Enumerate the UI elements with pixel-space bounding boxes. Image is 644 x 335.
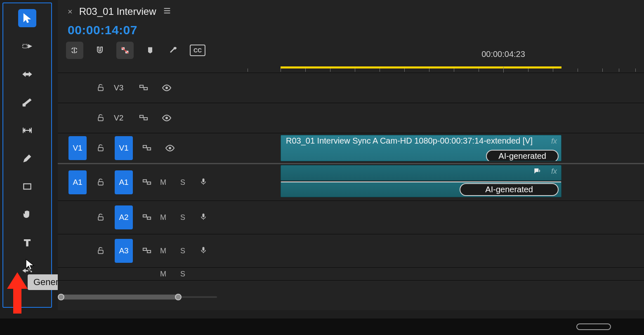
mute-a4[interactable]: M <box>160 270 166 278</box>
scrollbar-handle-left[interactable] <box>58 294 64 300</box>
svg-rect-27 <box>147 217 151 219</box>
track-lock-v2[interactable] <box>91 114 111 122</box>
sequence-menu-button[interactable] <box>163 6 172 17</box>
solo-a2[interactable]: S <box>180 213 185 222</box>
track-lock-a1[interactable] <box>91 178 111 186</box>
track-lock-a2[interactable] <box>91 213 111 222</box>
track-lock-a3[interactable] <box>91 247 111 255</box>
filmstrip-icon <box>139 84 148 92</box>
svg-rect-5 <box>24 184 31 189</box>
settings-button[interactable] <box>167 44 180 57</box>
track-sync-v1[interactable] <box>137 144 157 152</box>
svg-rect-29 <box>98 250 103 253</box>
solo-a1[interactable]: S <box>180 178 185 187</box>
track-target-a3[interactable]: A3 <box>115 239 133 263</box>
video-clip-v1[interactable]: R03_01 Interview Sync A Cam-HD 1080p-00:… <box>281 135 561 161</box>
mute-a2[interactable]: M <box>160 213 166 222</box>
voiceover-a1[interactable] <box>199 177 208 188</box>
svg-rect-11 <box>144 87 147 90</box>
track-target-a2[interactable]: A2 <box>115 205 133 229</box>
track-lock-v1[interactable] <box>91 144 111 152</box>
track-select-tool[interactable] <box>18 37 36 55</box>
eye-icon <box>165 143 175 153</box>
solo-a4[interactable]: S <box>180 270 185 278</box>
linked-selection-button[interactable] <box>116 42 134 59</box>
bottom-bar <box>0 318 644 335</box>
voiceover-a3[interactable] <box>199 245 208 257</box>
rectangle-icon <box>22 181 33 192</box>
snap-button[interactable] <box>93 44 106 57</box>
svg-rect-23 <box>147 182 151 184</box>
close-sequence-button[interactable]: × <box>68 7 73 17</box>
svg-point-20 <box>169 147 171 149</box>
eye-icon <box>162 113 172 123</box>
timecode-row: 00:00:14:07 <box>58 23 644 40</box>
track-a2: A2 M S <box>58 201 644 234</box>
timeline-panel: × R03_01 Interview 00:00:14:07 <box>58 0 644 310</box>
voiceover-a2[interactable] <box>199 212 208 223</box>
track-visibility-v2[interactable] <box>157 113 177 123</box>
track-visibility-v3[interactable] <box>157 83 177 93</box>
timeline-zoom-scrollbar[interactable] <box>60 294 217 300</box>
track-select-icon <box>22 41 33 52</box>
svg-rect-17 <box>98 147 103 151</box>
audio-clip-a1-top[interactable]: fx <box>281 165 561 181</box>
track-sync-v3[interactable] <box>134 84 153 92</box>
svg-rect-25 <box>98 217 103 220</box>
svg-rect-14 <box>140 116 143 118</box>
lock-open-icon <box>97 84 105 92</box>
fx-badge: fx <box>551 167 557 176</box>
microphone-icon <box>199 245 208 255</box>
solo-a3[interactable]: S <box>180 247 185 255</box>
microphone-icon <box>199 212 208 222</box>
slip-tool[interactable] <box>18 121 36 139</box>
track-label-v2[interactable]: V2 <box>114 113 130 123</box>
filmstrip-icon <box>142 179 151 186</box>
marker-button[interactable] <box>144 44 157 57</box>
hand-icon <box>22 209 33 220</box>
captions-button[interactable]: CC <box>190 45 205 56</box>
svg-rect-0 <box>23 45 27 48</box>
playhead-timecode[interactable]: 00:00:14:07 <box>68 23 137 37</box>
insert-overwrite-mode-button[interactable] <box>66 42 83 59</box>
track-target-v1[interactable]: V1 <box>115 136 133 160</box>
scrollbar-handle-right[interactable] <box>175 294 182 300</box>
track-lock-v3[interactable] <box>91 84 111 92</box>
sequence-name[interactable]: R03_01 Interview <box>79 6 156 17</box>
razor-tool[interactable] <box>18 93 36 111</box>
rectangle-tool[interactable] <box>18 177 36 196</box>
track-a3: A3 M S <box>58 234 644 268</box>
source-patch-a1[interactable]: A1 <box>68 170 87 194</box>
source-patch-v1[interactable]: V1 <box>68 136 87 160</box>
track-visibility-v1[interactable] <box>160 143 180 153</box>
track-target-a1[interactable]: A1 <box>115 170 133 194</box>
mute-a1[interactable]: M <box>160 178 166 187</box>
ruler-ticks <box>223 68 644 73</box>
type-icon <box>22 237 33 248</box>
ripple-icon <box>22 69 33 80</box>
track-sync-v2[interactable] <box>134 114 153 122</box>
lock-open-icon <box>97 178 105 186</box>
track-sync-a2[interactable] <box>137 214 157 221</box>
razor-icon <box>22 97 33 108</box>
track-sync-a1[interactable] <box>137 179 157 186</box>
track-sync-a3[interactable] <box>137 247 157 255</box>
time-ruler[interactable]: 00:00:04:23 <box>58 61 644 73</box>
ai-generated-badge: AI-generated <box>486 150 559 161</box>
filmstrip-icon <box>142 247 151 255</box>
pen-icon <box>22 153 33 164</box>
svg-rect-1 <box>23 104 26 106</box>
resize-handle[interactable] <box>576 323 611 330</box>
track-label-v3[interactable]: V3 <box>114 83 130 92</box>
selection-tool[interactable] <box>18 9 36 27</box>
scrollbar-thumb[interactable] <box>60 295 180 300</box>
lock-open-icon <box>97 144 105 152</box>
ripple-edit-tool[interactable] <box>18 65 36 83</box>
audio-clip-a1-bottom[interactable]: AI-generated <box>281 182 561 197</box>
hand-tool[interactable] <box>18 205 36 224</box>
type-tool[interactable] <box>18 234 36 252</box>
magnet-icon <box>95 45 105 55</box>
mute-a3[interactable]: M <box>160 247 166 255</box>
pen-tool[interactable] <box>18 149 36 168</box>
filmstrip-icon <box>142 144 151 152</box>
